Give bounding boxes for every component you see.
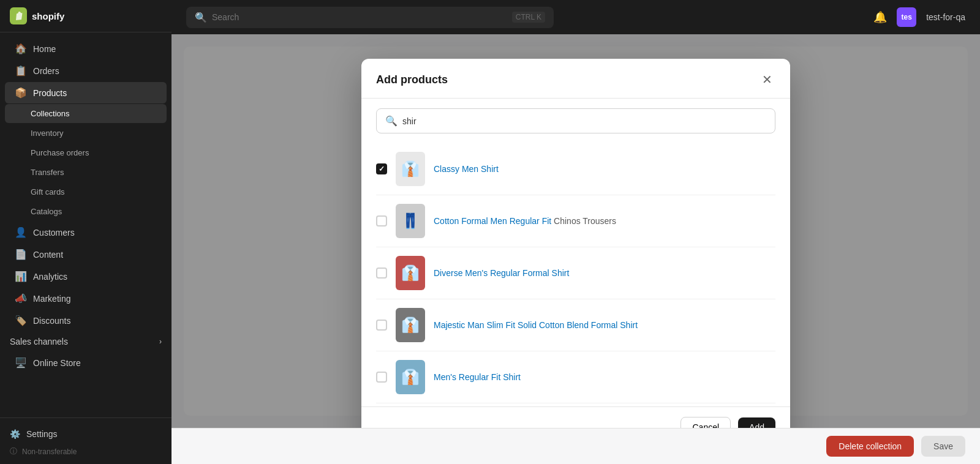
cancel-button[interactable]: Cancel: [680, 417, 731, 428]
settings-icon: ⚙️: [10, 429, 20, 439]
search-icon: 🔍: [195, 12, 207, 23]
sidebar-item-marketing[interactable]: 📣 Marketing: [5, 288, 167, 309]
sidebar-item-label: Customers: [33, 228, 75, 238]
modal-title: Add products: [376, 73, 448, 86]
add-button[interactable]: Add: [738, 417, 775, 428]
product-name: Majestic Man Slim Fit Solid Cotton Blend…: [434, 320, 775, 330]
sidebar-item-label: Orders: [33, 66, 59, 76]
save-button[interactable]: Save: [921, 436, 965, 457]
orders-icon: 📋: [15, 65, 27, 77]
product-item[interactable]: 👖Cotton Formal Men Regular Fit Chinos Tr…: [376, 195, 775, 247]
sidebar-item-transfers[interactable]: Transfers: [5, 163, 167, 182]
add-products-modal: Add products ✕ 🔍 👔Classy Men Shirt👖Cotto…: [361, 59, 790, 428]
sidebar-item-label: Discounts: [33, 316, 70, 326]
page-area: Add products ✕ 🔍 👔Classy Men Shirt👖Cotto…: [172, 34, 980, 428]
sidebar-item-content[interactable]: 📄 Content: [5, 244, 167, 265]
sidebar-item-online-store[interactable]: 🖥️ Online Store: [5, 352, 167, 373]
product-checkbox[interactable]: [376, 372, 387, 383]
online-store-icon: 🖥️: [15, 357, 27, 369]
sidebar-bottom: ⚙️ Settings ⓘ Non-transferable: [0, 417, 172, 464]
sidebar-item-gift-cards[interactable]: Gift cards: [5, 182, 167, 201]
user-name: test-for-qa: [926, 12, 965, 22]
search-input[interactable]: [212, 12, 507, 22]
product-checkbox[interactable]: [376, 320, 387, 331]
modal-footer: Cancel Add: [361, 406, 790, 428]
sidebar-header: shopify: [0, 0, 172, 32]
sidebar-item-orders[interactable]: 📋 Orders: [5, 60, 167, 81]
discounts-icon: 🏷️: [15, 315, 27, 326]
modal-search-input-wrapper: 🔍: [376, 108, 775, 133]
sidebar-item-label: Content: [33, 250, 63, 260]
bottom-action-bar: Delete collection Save: [172, 428, 980, 464]
sales-channels-label: Sales channels: [10, 337, 68, 346]
product-thumbnail: 👔: [396, 152, 425, 186]
product-name: Diverse Men's Regular Formal Shirt: [434, 268, 775, 278]
product-checkbox[interactable]: [376, 268, 387, 279]
product-name: Cotton Formal Men Regular Fit Chinos Tro…: [434, 216, 775, 226]
product-item[interactable]: 👔Men's Regular Fit Shirt: [376, 351, 775, 403]
modal-search-field[interactable]: [402, 116, 766, 126]
main-content: 🔍 CTRL K 🔔 tes test-for-qa Add products …: [172, 0, 980, 464]
customers-icon: 👤: [15, 226, 27, 238]
chevron-right-icon: ›: [159, 337, 162, 346]
sidebar-item-inventory[interactable]: Inventory: [5, 124, 167, 143]
sidebar-item-label: Home: [33, 44, 56, 54]
modal-close-button[interactable]: ✕: [758, 71, 775, 88]
topbar-right: 🔔 tes test-for-qa: [873, 7, 965, 27]
sidebar-item-discounts[interactable]: 🏷️ Discounts: [5, 310, 167, 331]
delete-collection-button[interactable]: Delete collection: [826, 436, 914, 457]
sidebar-item-label: Purchase orders: [31, 148, 89, 157]
sidebar-item-label: Products: [33, 88, 67, 98]
sidebar-item-collections[interactable]: Collections: [5, 104, 167, 123]
sidebar: shopify 🏠 Home 📋 Orders 📦 Products Colle…: [0, 0, 172, 464]
product-thumbnail: 👔: [396, 256, 425, 290]
product-thumbnail: 👔: [396, 360, 425, 394]
home-icon: 🏠: [15, 43, 27, 54]
product-checkbox[interactable]: [376, 163, 387, 174]
shopify-logo-icon: [10, 7, 27, 24]
sidebar-item-customers[interactable]: 👤 Customers: [5, 222, 167, 243]
modal-search-icon: 🔍: [385, 115, 398, 127]
modal-header: Add products ✕: [361, 59, 790, 99]
sidebar-nav: 🏠 Home 📋 Orders 📦 Products Collections I…: [0, 32, 172, 417]
sidebar-item-label: Catalogs: [31, 207, 62, 216]
sidebar-item-label: Inventory: [31, 129, 63, 138]
sidebar-item-purchase-orders[interactable]: Purchase orders: [5, 143, 167, 162]
product-list: 👔Classy Men Shirt👖Cotton Formal Men Regu…: [361, 143, 790, 406]
sales-channels-section[interactable]: Sales channels ›: [0, 332, 172, 351]
content-icon: 📄: [15, 249, 27, 260]
product-thumbnail: 👔: [396, 308, 425, 342]
product-item[interactable]: 👔Classy Men Shirt: [376, 143, 775, 195]
sidebar-item-label: Marketing: [33, 294, 70, 304]
sidebar-item-label: Gift cards: [31, 187, 65, 196]
shopify-logo: shopify: [10, 7, 64, 24]
product-item[interactable]: 👔Diverse Men's Regular Formal Shirt: [376, 247, 775, 299]
search-bar[interactable]: 🔍 CTRL K: [186, 7, 554, 28]
bell-icon[interactable]: 🔔: [873, 10, 887, 24]
nontransferable-label: Non-transferable: [22, 447, 77, 456]
marketing-icon: 📣: [15, 293, 27, 304]
sidebar-item-label: Analytics: [33, 272, 67, 282]
sidebar-item-products[interactable]: 📦 Products: [5, 82, 167, 103]
info-icon: ⓘ: [10, 446, 17, 457]
shopify-name: shopify: [32, 11, 64, 21]
analytics-icon: 📊: [15, 271, 27, 282]
product-checkbox[interactable]: [376, 215, 387, 226]
product-name: Men's Regular Fit Shirt: [434, 372, 775, 382]
user-avatar: tes: [897, 7, 916, 27]
sidebar-item-label: Online Store: [33, 358, 81, 368]
sidebar-item-label: Collections: [31, 109, 70, 118]
sidebar-item-catalogs[interactable]: Catalogs: [5, 202, 167, 221]
modal-search-area: 🔍: [361, 99, 790, 143]
search-shortcut: CTRL K: [512, 12, 545, 23]
settings-label: Settings: [26, 429, 58, 439]
settings-item[interactable]: ⚙️ Settings: [10, 425, 162, 443]
products-icon: 📦: [15, 87, 27, 99]
sidebar-item-label: Transfers: [31, 168, 64, 177]
sidebar-item-analytics[interactable]: 📊 Analytics: [5, 266, 167, 287]
product-item[interactable]: 👔Majestic Man Slim Fit Solid Cotton Blen…: [376, 299, 775, 351]
modal-overlay: Add products ✕ 🔍 👔Classy Men Shirt👖Cotto…: [172, 34, 980, 428]
topbar: 🔍 CTRL K 🔔 tes test-for-qa: [172, 0, 980, 34]
nontransferable-notice: ⓘ Non-transferable: [10, 446, 162, 457]
sidebar-item-home[interactable]: 🏠 Home: [5, 38, 167, 59]
